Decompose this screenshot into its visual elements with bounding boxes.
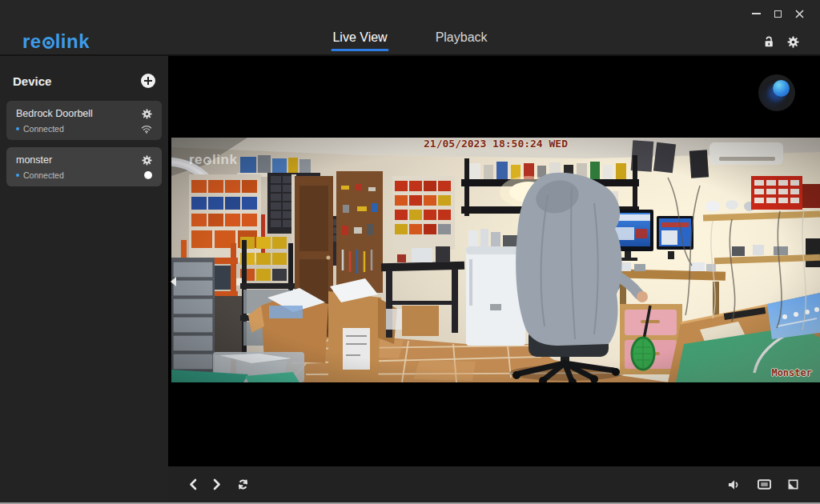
- minimize-icon[interactable]: [750, 7, 762, 20]
- device-title: Device: [13, 74, 51, 88]
- status-label: Connected: [23, 170, 64, 180]
- watermark-lens-icon: [203, 157, 211, 165]
- tab-playback-label: Playback: [436, 30, 488, 44]
- reolink-watermark: re link: [189, 152, 237, 168]
- status-dot: [16, 174, 19, 177]
- device-card-monster[interactable]: monster Connected: [6, 147, 162, 186]
- reolink-client-window: re link Live View Playback: [0, 0, 820, 504]
- maximize-icon[interactable]: [772, 7, 783, 20]
- settings-gear-icon[interactable]: [787, 36, 799, 48]
- close-icon[interactable]: [794, 7, 805, 20]
- ptz-joystick-button[interactable]: [758, 74, 795, 111]
- volume-icon[interactable]: [728, 479, 742, 490]
- status-label: Connected: [23, 124, 64, 134]
- window-controls: [750, 7, 805, 20]
- control-group-left: [189, 478, 249, 490]
- next-icon[interactable]: [213, 478, 221, 490]
- tab-live-view[interactable]: Live View: [332, 30, 387, 50]
- osd-timestamp: 21/05/2023 18:50:24 WED: [424, 138, 568, 150]
- tab-live-view-label: Live View: [332, 30, 387, 44]
- workshop-scene: [171, 138, 820, 382]
- collapse-sidebar-arrow[interactable]: [170, 275, 179, 288]
- top-bar: re link Live View Playback: [0, 0, 820, 56]
- control-group-right: [728, 478, 799, 490]
- device-sidebar: Device Bedrock Doorbell: [0, 56, 168, 502]
- device-card-bedrock-doorbell[interactable]: Bedrock Doorbell Connected: [6, 101, 162, 140]
- refresh-icon[interactable]: [237, 478, 249, 490]
- watermark-text-re: re: [189, 152, 203, 168]
- logo-lens-icon: [42, 37, 54, 49]
- display-icon[interactable]: [758, 479, 771, 490]
- unlock-icon[interactable]: [763, 36, 774, 48]
- status-dot: [16, 127, 19, 130]
- live-view-stage: re link 21/05/2023 18:50:24 WED Monster: [168, 56, 820, 466]
- camera-video-feed[interactable]: re link 21/05/2023 18:50:24 WED Monster: [171, 138, 820, 382]
- main-tabs: Live View Playback: [332, 0, 487, 56]
- device-name: monster: [16, 154, 52, 166]
- previous-icon[interactable]: [189, 478, 197, 490]
- tab-playback[interactable]: Playback: [436, 30, 488, 50]
- device-name: Bedrock Doorbell: [16, 108, 93, 119]
- playback-control-bar: [168, 466, 820, 502]
- ptz-joystick-ball[interactable]: [773, 80, 790, 97]
- device-status: Connected: [16, 124, 64, 134]
- logo-text-re: re: [22, 30, 42, 53]
- logo-text-link: link: [55, 30, 90, 53]
- utility-buttons: [763, 36, 799, 48]
- device-settings-gear-icon[interactable]: [142, 109, 152, 119]
- device-settings-gear-icon[interactable]: [142, 155, 152, 166]
- wifi-icon: [141, 125, 152, 134]
- watermark-text-link: link: [212, 152, 237, 168]
- device-status: Connected: [16, 170, 64, 180]
- reolink-logo: re link: [22, 30, 90, 53]
- device-header: Device: [0, 56, 168, 101]
- fullscreen-icon[interactable]: [787, 478, 799, 490]
- osd-camera-name: Monster: [771, 367, 812, 378]
- add-device-button[interactable]: [141, 74, 155, 88]
- lens-icon: [144, 171, 152, 179]
